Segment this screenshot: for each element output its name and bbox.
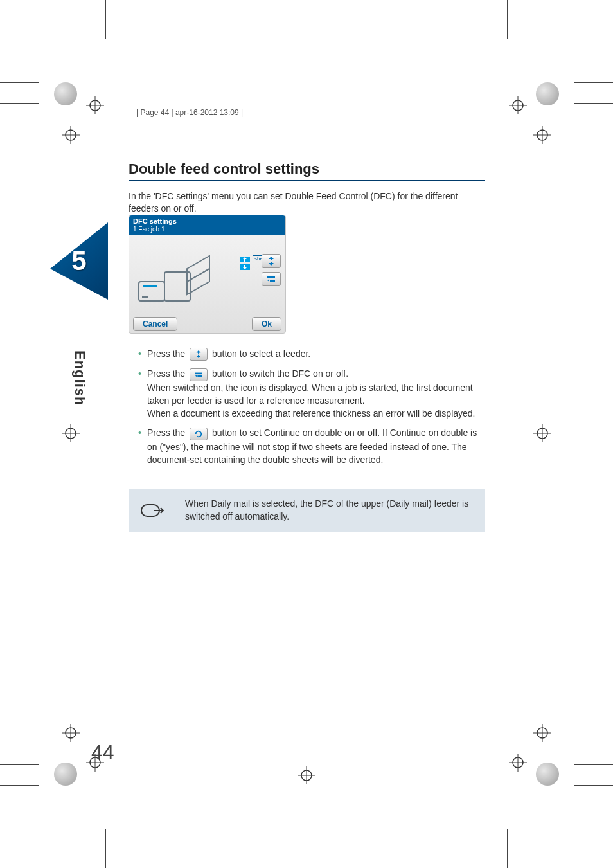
text-fragment: Press the [147, 348, 188, 359]
register-mark-icon [533, 126, 551, 144]
note-text: When Daily mail is selected, the DFC of … [185, 498, 474, 523]
list-item: Press the button to select a feeder. [138, 347, 485, 361]
text-fragment: When a document is exceeding that refere… [147, 408, 475, 419]
register-mark-icon [62, 724, 80, 742]
panel-body: sheets [129, 235, 285, 317]
register-mark-icon [298, 766, 315, 784]
text-fragment: button to switch the DFC on or off. [212, 368, 348, 379]
sheet-down-icon [240, 264, 250, 270]
sheet-up-icon [240, 257, 250, 262]
panel-title: DFC settings [129, 215, 285, 226]
dfc-toggle-icon [190, 368, 208, 381]
cancel-button[interactable]: Cancel [133, 317, 177, 331]
crop-mark [529, 0, 529, 39]
crop-mark [0, 103, 39, 104]
register-mark-icon [533, 424, 551, 442]
crop-mark [105, 829, 106, 868]
binding-circle-icon [536, 763, 559, 786]
instruction-list: Press the button to select a feeder. Pre… [138, 347, 485, 473]
crop-mark [574, 764, 613, 765]
feeder-select-button[interactable] [262, 254, 281, 268]
intro-text: In the 'DFC settings' menu you can set D… [129, 190, 485, 215]
crop-mark [105, 0, 106, 39]
binding-circle-icon [54, 763, 77, 786]
binding-circle-icon [54, 82, 77, 105]
svg-rect-38 [270, 280, 275, 282]
crop-mark [0, 82, 39, 83]
text-fragment: Press the [147, 428, 188, 438]
svg-rect-39 [195, 372, 202, 374]
register-mark-icon [533, 724, 551, 742]
panel-side-buttons [262, 254, 281, 290]
svg-rect-36 [143, 285, 157, 287]
ok-button[interactable]: Ok [252, 317, 281, 331]
crop-mark [0, 764, 39, 765]
crop-mark [0, 785, 39, 786]
crop-mark [507, 829, 508, 868]
crop-mark [574, 103, 613, 104]
svg-rect-40 [197, 375, 202, 377]
text-fragment: When switched on, the icon is displayed.… [147, 383, 473, 406]
language-label: English [71, 350, 88, 406]
text-fragment: button to select a feeder. [212, 348, 310, 359]
chapter-tab: 5 [50, 222, 108, 300]
list-item: Press the button to switch the DFC on or… [138, 367, 485, 420]
svg-rect-34 [142, 296, 148, 298]
crop-mark [507, 0, 508, 39]
section-title: Double feed control settings [129, 161, 485, 181]
page-number: 44 [91, 741, 114, 764]
page-meta-header: | Page 44 | apr-16-2012 13:09 | [136, 108, 243, 117]
binding-circle-icon [536, 82, 559, 105]
svg-rect-37 [267, 276, 275, 278]
note-arrow-icon [140, 502, 166, 519]
register-mark-icon [509, 754, 527, 772]
note-callout: When Daily mail is selected, the DFC of … [129, 489, 485, 532]
dfc-toggle-button[interactable] [262, 272, 281, 286]
panel-footer: Cancel Ok [129, 317, 285, 335]
text-fragment: Press the [147, 368, 188, 379]
machine-illustration-icon [136, 246, 219, 307]
list-item: Press the button to set Continue on doub… [138, 426, 485, 466]
crop-mark [84, 0, 84, 39]
crop-mark [574, 785, 613, 786]
register-mark-icon [62, 424, 80, 442]
panel-subtitle: 1 Fac job 1 [129, 226, 285, 235]
dfc-settings-screenshot: DFC settings 1 Fac job 1 sheets Cancel O… [129, 215, 286, 334]
crop-mark [574, 82, 613, 83]
register-mark-icon [86, 96, 104, 114]
register-mark-icon [62, 126, 80, 144]
chapter-number: 5 [71, 246, 86, 276]
crop-mark [529, 829, 529, 868]
dfc-status-icons: sheets [240, 257, 250, 272]
register-mark-icon [509, 96, 527, 114]
crop-mark [84, 829, 84, 868]
feeder-select-icon [190, 348, 208, 361]
continue-on-double-icon [190, 428, 208, 440]
